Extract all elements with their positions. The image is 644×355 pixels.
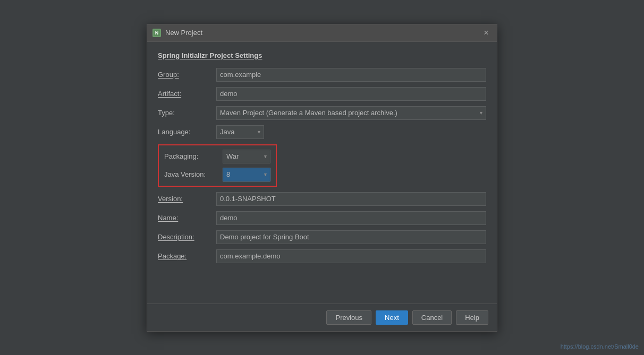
language-label: Language:	[158, 128, 216, 136]
package-label: Package:	[158, 252, 216, 260]
previous-button[interactable]: Previous	[326, 310, 371, 325]
group-label: Group:	[158, 71, 216, 79]
title-bar: N New Project ×	[147, 24, 497, 42]
language-select[interactable]: Java Kotlin Groovy	[216, 125, 264, 139]
type-select-wrapper: Maven Project (Generate a Maven based pr…	[216, 106, 486, 120]
packaging-select-wrapper: War Jar	[223, 150, 270, 163]
package-input[interactable]	[216, 249, 486, 263]
name-row: Name:	[158, 211, 486, 225]
type-select[interactable]: Maven Project (Generate a Maven based pr…	[216, 106, 486, 120]
artifact-row: Artifact:	[158, 87, 486, 101]
new-project-dialog: N New Project × Spring Initializr Projec…	[147, 24, 497, 332]
package-row: Package:	[158, 249, 486, 263]
description-label: Description:	[158, 233, 216, 241]
type-label: Type:	[158, 109, 216, 117]
name-input[interactable]	[216, 211, 486, 225]
help-button[interactable]: Help	[456, 310, 488, 325]
name-label: Name:	[158, 214, 216, 222]
packaging-label: Packaging:	[164, 152, 223, 160]
close-button[interactable]: ×	[481, 28, 492, 38]
form-content: Spring Initializr Project Settings Group…	[147, 42, 497, 304]
language-select-wrapper: Java Kotlin Groovy	[216, 125, 264, 139]
description-row: Description:	[158, 230, 486, 244]
cancel-button[interactable]: Cancel	[412, 310, 452, 325]
version-label: Version:	[158, 195, 216, 203]
group-input[interactable]	[216, 68, 486, 82]
artifact-input[interactable]	[216, 87, 486, 101]
version-row: Version:	[158, 192, 486, 206]
packaging-row: Packaging: War Jar	[164, 150, 270, 163]
version-input[interactable]	[216, 192, 486, 206]
watermark: https://blog.csdn.net/Small0de	[561, 343, 639, 350]
artifact-label: Artifact:	[158, 90, 216, 98]
section-title: Spring Initializr Project Settings	[158, 51, 486, 59]
language-row: Language: Java Kotlin Groovy	[158, 125, 486, 139]
dialog-title: New Project	[165, 29, 481, 37]
java-version-select[interactable]: 8 11 17	[223, 168, 270, 181]
java-version-label: Java Version:	[164, 170, 223, 178]
highlight-section: Packaging: War Jar Java Version: 8 11 17	[158, 144, 277, 187]
dialog-footer: Previous Next Cancel Help	[147, 304, 497, 331]
java-version-row: Java Version: 8 11 17	[164, 168, 270, 181]
group-row: Group:	[158, 68, 486, 82]
next-button[interactable]: Next	[376, 310, 408, 325]
type-row: Type: Maven Project (Generate a Maven ba…	[158, 106, 486, 120]
description-input[interactable]	[216, 230, 486, 244]
java-version-select-wrapper: 8 11 17	[223, 168, 270, 181]
svg-text:N: N	[155, 30, 159, 36]
dialog-icon: N	[152, 29, 161, 37]
packaging-select[interactable]: War Jar	[223, 150, 270, 163]
